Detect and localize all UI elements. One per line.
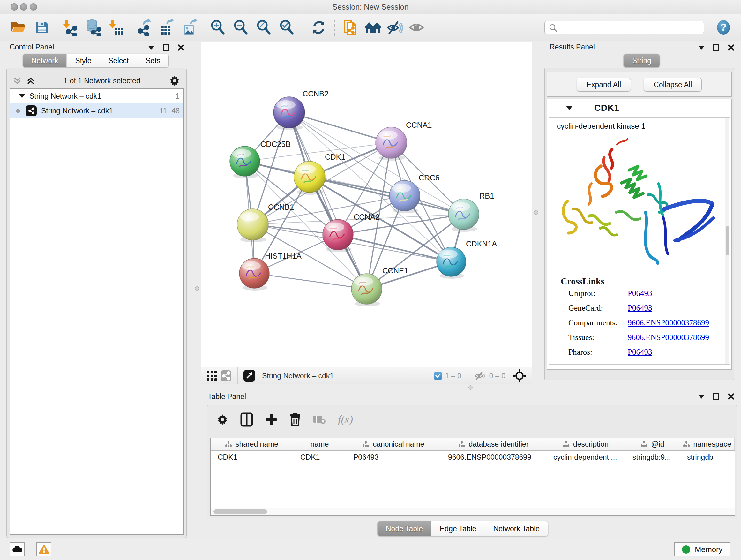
clone-network-icon[interactable] — [342, 19, 359, 36]
panel-close-icon[interactable] — [728, 44, 735, 51]
network-node-CDC6[interactable] — [389, 180, 420, 213]
network-node-CDC25B[interactable] — [230, 146, 260, 179]
open-session-icon[interactable] — [9, 19, 26, 36]
import-network-database-icon[interactable] — [84, 19, 102, 36]
toolbar-separator — [56, 17, 56, 37]
import-table-icon[interactable] — [107, 19, 125, 36]
current-network-title: String Network – cdk1 — [262, 372, 334, 380]
tree-collapse-icon[interactable] — [19, 94, 25, 98]
tab-network-table[interactable]: Network Table — [485, 521, 548, 536]
export-image-icon[interactable] — [181, 19, 199, 36]
string-results-body: Expand All Collapse All CDK1 cyclin-depe… — [544, 68, 734, 380]
crosslink-link[interactable]: P06493 — [628, 348, 652, 357]
table-options-gear-icon[interactable] — [217, 414, 228, 425]
fit-selected-target-icon[interactable] — [511, 368, 528, 383]
network-row[interactable]: String Network – cdk1 11 48 — [10, 104, 184, 118]
column-type-icon — [362, 441, 369, 447]
refresh-icon[interactable] — [310, 19, 327, 36]
tab-sets[interactable]: Sets — [137, 54, 169, 67]
tab-node-table[interactable]: Node Table — [378, 521, 431, 536]
horizontal-splitter-handle[interactable] — [468, 385, 473, 389]
crosslink-link[interactable]: 9606.ENSP00000378699 — [628, 318, 709, 327]
table-row[interactable]: CDK1 CDK1 P06493 9606.ENSP00000378699 cy… — [211, 451, 735, 463]
column-header[interactable]: @id — [625, 438, 680, 450]
cloud-sync-button[interactable] — [10, 542, 24, 556]
crosslink-label: Compartments: — [568, 318, 617, 327]
show-eye-icon[interactable] — [408, 19, 425, 36]
warnings-button[interactable] — [37, 542, 51, 556]
crosslink-link[interactable]: 9606.ENSP00000378699 — [628, 333, 709, 342]
panel-float-icon[interactable] — [713, 393, 719, 400]
toolbar-search — [544, 21, 704, 34]
column-header[interactable]: description — [546, 438, 625, 450]
table-panel-body: f(x) shared name name canonical name dat… — [207, 405, 737, 518]
expand-all-button[interactable]: Expand All — [577, 78, 631, 91]
save-session-icon[interactable] — [33, 19, 51, 36]
network-node-CCNA1[interactable] — [376, 127, 407, 161]
crosslink-link[interactable]: P06493 — [628, 289, 652, 298]
network-collection-row[interactable]: String Network – cdk1 1 — [10, 89, 184, 104]
panel-menu-icon[interactable] — [698, 46, 704, 50]
column-header[interactable]: namespace — [680, 438, 735, 450]
show-columns-icon[interactable] — [240, 413, 253, 427]
network-node-CCNE1[interactable] — [351, 273, 382, 307]
delete-column-icon[interactable] — [289, 413, 301, 426]
node-attribute-table: shared name name canonical name database… — [210, 438, 735, 516]
network-node-CDKN1A[interactable] — [436, 247, 466, 279]
tab-style[interactable]: Style — [67, 54, 100, 67]
vertical-splitter-handle-left[interactable] — [195, 287, 199, 291]
node-result-header[interactable]: CDK1 — [547, 99, 731, 117]
tab-select[interactable]: Select — [100, 54, 138, 67]
table-horizontal-scrollbar[interactable] — [211, 508, 735, 515]
panel-close-icon[interactable] — [728, 393, 735, 400]
network-node-RB1[interactable] — [448, 199, 479, 232]
export-table-icon[interactable] — [158, 19, 176, 36]
results-panel-title: Results Panel — [549, 43, 595, 51]
selected-nodes-checkbox[interactable] — [434, 372, 442, 380]
network-canvas[interactable]: CCNB2CCNA1CDC25BCDK1CDC6RB1CCNB1CCNA2CDK… — [201, 42, 532, 367]
collapse-entry-icon[interactable] — [566, 106, 572, 110]
panel-menu-icon[interactable] — [698, 395, 704, 399]
help-icon[interactable]: ? — [715, 19, 732, 36]
vertical-splitter-handle-right[interactable] — [534, 210, 538, 214]
search-input[interactable] — [544, 21, 704, 34]
network-node-HIST1H1A[interactable] — [239, 258, 269, 291]
grid-view-icon[interactable] — [205, 369, 219, 383]
panel-float-icon[interactable] — [163, 44, 169, 51]
birds-eye-homes-icon[interactable] — [364, 19, 382, 36]
tab-edge-table[interactable]: Edge Table — [431, 521, 485, 536]
birds-eye-view-icon[interactable] — [242, 369, 256, 383]
import-network-file-icon[interactable] — [61, 19, 78, 36]
tab-string[interactable]: String — [624, 54, 660, 67]
expand-all-networks-icon[interactable] — [26, 77, 35, 85]
zoom-selected-icon[interactable] — [278, 19, 295, 36]
column-header[interactable]: shared name — [211, 438, 293, 450]
add-column-icon[interactable] — [265, 414, 277, 426]
column-header[interactable]: database identifier — [441, 438, 546, 450]
crosslink-link[interactable]: P06493 — [628, 304, 652, 313]
string-network-graph[interactable]: CCNB2CCNA1CDC25BCDK1CDC6RB1CCNB1CCNA2CDK… — [201, 42, 532, 367]
collapse-all-networks-icon[interactable] — [13, 77, 21, 85]
results-scrollbar[interactable] — [725, 118, 729, 365]
network-share-view-icon[interactable] — [219, 369, 233, 383]
zoom-out-icon[interactable] — [232, 19, 250, 36]
column-header[interactable]: canonical name — [346, 438, 441, 450]
zoom-in-icon[interactable] — [209, 19, 226, 36]
network-options-gear-icon[interactable] — [169, 75, 180, 86]
network-node-CCNB2[interactable] — [273, 97, 305, 130]
panel-menu-icon[interactable] — [148, 46, 154, 50]
memory-button[interactable]: Memory — [674, 542, 730, 557]
toolbar-separator — [302, 17, 303, 37]
search-icon — [549, 23, 557, 32]
column-header[interactable]: name — [293, 438, 346, 450]
zoom-fit-icon[interactable] — [255, 19, 273, 36]
cell-namespace: stringdb — [680, 451, 735, 463]
collapse-all-button[interactable]: Collapse All — [644, 78, 702, 91]
network-node-CCNB1[interactable] — [237, 209, 268, 242]
control-panel-tabs: Network Style Select Sets — [23, 54, 169, 68]
export-network-icon[interactable] — [135, 19, 152, 36]
hide-eye-slash-icon[interactable] — [386, 19, 403, 36]
panel-close-icon[interactable] — [178, 44, 185, 51]
panel-float-icon[interactable] — [713, 44, 719, 51]
tab-network[interactable]: Network — [23, 54, 67, 67]
